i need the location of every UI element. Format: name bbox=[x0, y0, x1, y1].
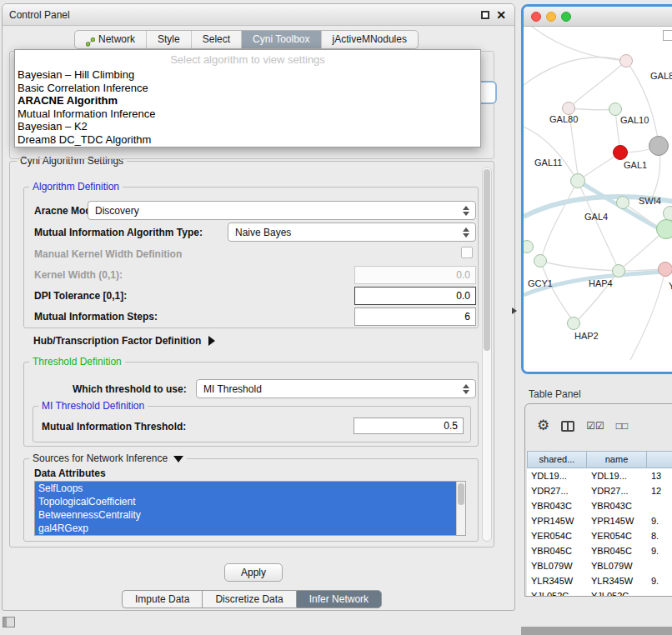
settings-scrollbar[interactable] bbox=[482, 167, 492, 542]
column-header[interactable]: name bbox=[587, 451, 647, 468]
attribute-item-betweennesscentrality[interactable]: BetweennessCentrality bbox=[35, 508, 456, 522]
network-canvas[interactable]: GAL8GAL80GAL10GAL11GAL1SWI4GAL4GCY1HAP4H… bbox=[524, 27, 672, 372]
column-header[interactable]: shared... bbox=[527, 451, 587, 468]
tab-select[interactable]: Select bbox=[192, 31, 242, 48]
bottom-tab-impute-data[interactable]: Impute Data bbox=[122, 590, 202, 608]
network-node[interactable] bbox=[616, 196, 629, 209]
table-cell: YER054C bbox=[527, 528, 587, 543]
table-row[interactable]: YBR043CYBR043C bbox=[527, 498, 672, 513]
sources-section-header[interactable]: Sources for Network Inference bbox=[29, 452, 187, 465]
tab-jactivemnodules[interactable]: jActiveMNodules bbox=[322, 31, 418, 48]
column-header[interactable] bbox=[647, 451, 672, 468]
table-row[interactable]: YJL052CYJL052C bbox=[527, 588, 672, 596]
mi-threshold-field[interactable]: 0.5 bbox=[354, 418, 464, 434]
scrollbar-thumb[interactable] bbox=[484, 169, 490, 351]
network-node[interactable] bbox=[658, 262, 672, 277]
attribute-item-gal4rgexp[interactable]: gal4RGexp bbox=[35, 522, 456, 535]
network-node[interactable] bbox=[613, 145, 628, 160]
aracne-mode-combo[interactable]: Discovery bbox=[88, 201, 476, 220]
minimize-traffic-light-icon[interactable] bbox=[546, 12, 556, 22]
tab-style[interactable]: Style bbox=[147, 31, 192, 48]
mi-type-combo[interactable]: Naive Bayes bbox=[228, 222, 476, 242]
algorithm-option-basic-correlation-inference[interactable]: Basic Correlation Inference bbox=[15, 82, 480, 95]
data-attributes-list[interactable]: SelfLoopsTopologicalCoefficientBetweenne… bbox=[34, 481, 466, 536]
close-window-icon[interactable]: ✕ bbox=[496, 8, 506, 22]
table-row[interactable]: YPR145WYPR145W9. bbox=[527, 513, 672, 528]
dpi-tolerance-field[interactable]: 0.0 bbox=[354, 287, 476, 305]
table-row[interactable]: YBR045CYBR045C9. bbox=[527, 543, 672, 558]
close-traffic-light-icon[interactable] bbox=[531, 12, 541, 22]
control-panel-window: Control Panel ✕ NetworkStyleSelectCyni T… bbox=[2, 3, 515, 611]
algorithm-popup-placeholder: Select algorithm to view settings bbox=[15, 52, 480, 68]
node-table: shared...nameYDL19...YDL19...13YDR27...Y… bbox=[527, 451, 672, 596]
table-toolbar: ⚙ ☑☑ □□ bbox=[537, 418, 628, 434]
mi-type-value: Naive Bayes bbox=[235, 227, 291, 238]
table-cell: YPR145W bbox=[527, 513, 587, 528]
table-cell: YBR045C bbox=[527, 543, 587, 558]
control-panel-tabbar: NetworkStyleSelectCyni ToolboxjActiveMNo… bbox=[74, 30, 419, 49]
deselect-all-columns-icon[interactable]: □□ bbox=[616, 418, 629, 433]
table-row[interactable]: YDL19...YDL19...13 bbox=[527, 468, 672, 483]
which-threshold-combo[interactable]: MI Threshold bbox=[196, 379, 476, 398]
mi-threshold-definition-title: MI Threshold Definition bbox=[38, 400, 148, 412]
table-cell: YBR043C bbox=[527, 498, 587, 513]
table-cell: YDL19... bbox=[527, 468, 587, 483]
splitter-handle[interactable] bbox=[512, 308, 517, 314]
mi-steps-label: Mutual Information Steps: bbox=[34, 311, 158, 322]
table-cell: 13 bbox=[647, 468, 672, 483]
column-selector-icon[interactable] bbox=[561, 421, 574, 432]
tab-label: jActiveMNodules bbox=[333, 31, 407, 48]
algorithm-option-bayesian-k2[interactable]: Bayesian – K2 bbox=[15, 120, 480, 133]
minimized-panel-icon[interactable] bbox=[3, 617, 15, 628]
settings-gear-icon[interactable]: ⚙ bbox=[537, 418, 549, 433]
algorithm-definition-group: Algorithm Definition Aracne Mode: Discov… bbox=[23, 187, 479, 328]
network-node[interactable] bbox=[619, 54, 633, 68]
table-row[interactable]: YER054CYER054C8. bbox=[527, 528, 672, 543]
attribute-item-selfloops[interactable]: SelfLoops bbox=[35, 482, 456, 495]
expand-arrow-icon[interactable] bbox=[208, 336, 215, 346]
network-node[interactable] bbox=[534, 254, 547, 268]
manual-kernel-checkbox[interactable] bbox=[461, 247, 473, 258]
float-window-icon[interactable] bbox=[481, 11, 489, 19]
control-panel-titlebar[interactable]: Control Panel ✕ bbox=[3, 4, 514, 26]
table-row[interactable]: YLR345WYLR345W9. bbox=[527, 573, 672, 588]
network-node[interactable] bbox=[609, 102, 622, 116]
algorithm-option-aracne-algorithm[interactable]: ARACNE Algorithm bbox=[15, 94, 480, 108]
network-view-window: GAL8GAL80GAL10GAL11GAL1SWI4GAL4GCY1HAP4H… bbox=[521, 4, 672, 374]
algorithm-option-dream8-dc-tdc-algorithm[interactable]: Dream8 DC_TDC Algorithm bbox=[15, 133, 480, 147]
table-cell: YDL19... bbox=[587, 468, 647, 483]
canvas-corner-button[interactable] bbox=[663, 30, 672, 41]
algorithm-option-mutual-information-inference[interactable]: Mutual Information Inference bbox=[15, 108, 480, 121]
table-cell: YBL079W bbox=[527, 558, 587, 573]
cyni-algorithm-settings-group: Cyni Algorithm Settings Algorithm Defini… bbox=[9, 161, 494, 548]
select-all-columns-icon[interactable]: ☑☑ bbox=[586, 418, 604, 433]
table-cell: YDR27... bbox=[527, 483, 587, 498]
mi-threshold-definition-group: MI Threshold Definition Mutual Informati… bbox=[33, 406, 471, 442]
bottom-tab-strip: Impute DataDiscretize DataInfer Network bbox=[122, 590, 382, 608]
scrollbar-thumb[interactable] bbox=[458, 483, 464, 505]
algorithm-option-bayesian-hill-climbing[interactable]: Bayesian – Hill Climbing bbox=[15, 68, 480, 82]
network-window-titlebar[interactable] bbox=[524, 7, 672, 27]
hub-transcription-factor-section[interactable]: Hub/Transcription Factor Definition bbox=[33, 335, 215, 347]
bottom-tab-discretize-data[interactable]: Discretize Data bbox=[202, 590, 295, 608]
collapse-arrow-icon[interactable] bbox=[173, 456, 183, 462]
table-row[interactable]: YBL079WYBL079W bbox=[527, 558, 672, 573]
tab-network[interactable]: Network bbox=[75, 31, 147, 48]
table-cell: 12 bbox=[647, 483, 672, 498]
network-node[interactable] bbox=[562, 102, 575, 115]
bottom-tab-infer-network[interactable]: Infer Network bbox=[296, 590, 382, 608]
apply-button[interactable]: Apply bbox=[224, 563, 283, 582]
tab-label: Cyni Toolbox bbox=[253, 31, 309, 48]
network-node[interactable] bbox=[649, 136, 669, 156]
tab-cyni-toolbox[interactable]: Cyni Toolbox bbox=[242, 31, 321, 48]
attributes-scrollbar[interactable] bbox=[456, 482, 465, 535]
kernel-width-field[interactable]: 0.0 bbox=[354, 266, 476, 284]
mi-steps-field[interactable]: 6 bbox=[354, 308, 476, 326]
table-row[interactable]: YDR27...YDR27...12 bbox=[527, 483, 672, 498]
network-node[interactable] bbox=[656, 219, 672, 239]
zoom-traffic-light-icon[interactable] bbox=[561, 12, 571, 22]
network-node[interactable] bbox=[570, 173, 585, 188]
network-node[interactable] bbox=[612, 264, 625, 278]
network-node[interactable] bbox=[567, 317, 580, 330]
attribute-item-topologicalcoefficient[interactable]: TopologicalCoefficient bbox=[35, 495, 456, 508]
